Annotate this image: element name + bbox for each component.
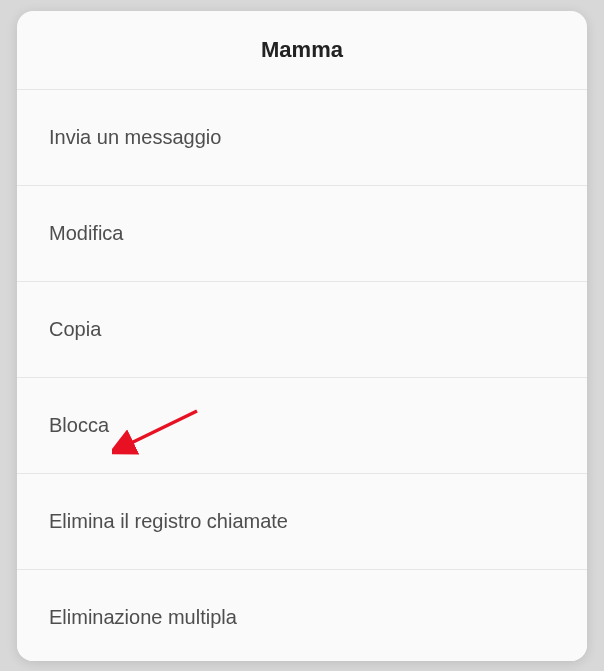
- menu-item-delete-call-log[interactable]: Elimina il registro chiamate: [17, 474, 587, 570]
- menu-item-label: Copia: [49, 318, 101, 340]
- menu-item-edit[interactable]: Modifica: [17, 186, 587, 282]
- menu-item-label: Elimina il registro chiamate: [49, 510, 288, 532]
- menu-list: Invia un messaggio Modifica Copia Blocca…: [17, 90, 587, 661]
- menu-item-label: Blocca: [49, 414, 109, 436]
- menu-item-send-message[interactable]: Invia un messaggio: [17, 90, 587, 186]
- contact-options-dialog: Mamma Invia un messaggio Modifica Copia …: [17, 11, 587, 661]
- dialog-header: Mamma: [17, 11, 587, 90]
- menu-item-label: Modifica: [49, 222, 123, 244]
- dialog-title: Mamma: [37, 37, 567, 63]
- menu-item-block[interactable]: Blocca: [17, 378, 587, 474]
- menu-item-multiple-delete[interactable]: Eliminazione multipla: [17, 570, 587, 661]
- menu-item-copy[interactable]: Copia: [17, 282, 587, 378]
- menu-item-label: Eliminazione multipla: [49, 606, 237, 628]
- menu-item-label: Invia un messaggio: [49, 126, 221, 148]
